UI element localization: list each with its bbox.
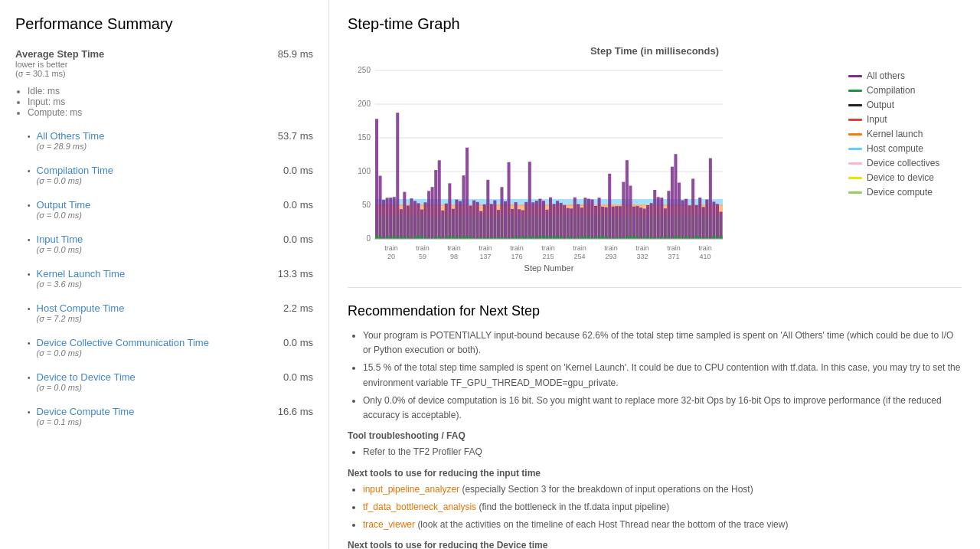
svg-rect-76 xyxy=(587,199,590,239)
legend-color-swatch xyxy=(848,162,862,165)
svg-rect-163 xyxy=(542,236,545,239)
metric-sigma: (σ = 7.2 ms) xyxy=(37,314,267,323)
svg-rect-78 xyxy=(594,206,597,239)
tool-link-item: input_pipeline_analyzer (especially Sect… xyxy=(363,482,962,497)
tool-link[interactable]: tf_data_bottleneck_analysis xyxy=(363,502,476,512)
metric-row: • Kernel Launch Time (σ = 3.6 ms) 13.3 m… xyxy=(15,268,313,289)
svg-rect-166 xyxy=(553,236,556,239)
svg-rect-19 xyxy=(389,198,392,239)
svg-text:train: train xyxy=(510,244,524,252)
chart-svg-wrap: 250 200 150 100 50 0 xyxy=(348,63,839,279)
svg-rect-35 xyxy=(445,204,448,239)
svg-rect-79 xyxy=(598,198,601,239)
metric-sigma: (σ = 0.0 ms) xyxy=(37,348,267,358)
svg-rect-58 xyxy=(524,202,528,239)
legend-item: Compilation xyxy=(848,85,962,96)
svg-rect-44 xyxy=(476,202,479,239)
rec-bullet-item: Only 0.0% of device computation is 16 bi… xyxy=(363,394,962,423)
metric-row: • Input Time (σ = 0.0 ms) 0.0 ms xyxy=(15,234,313,254)
metric-row: • Device to Device Time (σ = 0.0 ms) 0.0… xyxy=(15,371,313,392)
rec-bullets: Your program is POTENTIALLY input-bound … xyxy=(363,328,962,423)
avg-step-bullets: Idle: ms Input: ms Compute: ms xyxy=(28,86,313,118)
legend-label: Device compute xyxy=(867,187,933,198)
tool-link[interactable]: input_pipeline_analyzer xyxy=(363,484,459,495)
bullet-compute: Compute: ms xyxy=(28,107,313,118)
svg-rect-80 xyxy=(601,207,604,239)
svg-rect-23 xyxy=(403,192,406,239)
svg-rect-176 xyxy=(587,236,590,239)
legend-color-swatch xyxy=(848,177,862,179)
svg-rect-52 xyxy=(504,201,507,239)
avg-step-sub1: lower is better xyxy=(15,60,278,69)
metric-sigma: (σ = 0.1 ms) xyxy=(37,417,267,426)
svg-rect-16 xyxy=(379,176,382,239)
svg-rect-61 xyxy=(535,201,538,239)
svg-rect-112 xyxy=(712,201,715,239)
svg-rect-55 xyxy=(514,202,518,239)
rec-bullet-item: Your program is POTENTIALLY input-bound … xyxy=(363,328,962,358)
metric-value: 2.2 ms xyxy=(267,302,313,314)
svg-rect-29 xyxy=(424,202,427,239)
svg-rect-93 xyxy=(646,205,649,239)
svg-rect-88 xyxy=(629,185,632,239)
svg-rect-38 xyxy=(455,200,458,239)
metric-value: 0.0 ms xyxy=(267,234,313,245)
svg-rect-126 xyxy=(413,236,416,239)
svg-rect-60 xyxy=(531,202,534,239)
svg-rect-77 xyxy=(590,199,593,239)
svg-rect-86 xyxy=(622,182,625,239)
metric-info: Device Compute Time (σ = 0.1 ms) xyxy=(37,406,267,426)
recommendation-title: Recommendation for Next Step xyxy=(348,303,962,319)
svg-rect-90 xyxy=(636,206,639,239)
svg-rect-69 xyxy=(563,205,566,239)
svg-rect-21 xyxy=(396,113,399,239)
svg-rect-204 xyxy=(684,236,688,239)
svg-rect-114 xyxy=(719,212,722,239)
tool-link[interactable]: trace_viewer xyxy=(363,519,415,530)
rec-bullet-item: 15.5 % of the total step time sampled is… xyxy=(363,361,962,390)
svg-rect-31 xyxy=(431,187,434,239)
legend-color-swatch xyxy=(848,133,862,136)
svg-rect-85 xyxy=(619,206,622,239)
legend-label: Input xyxy=(867,114,887,125)
svg-rect-32 xyxy=(434,170,437,239)
svg-rect-164 xyxy=(545,236,548,239)
svg-rect-135 xyxy=(445,236,448,239)
svg-rect-65 xyxy=(549,198,552,239)
svg-text:150: 150 xyxy=(358,133,371,142)
chart-area: 250 200 150 100 50 0 xyxy=(348,63,962,279)
svg-rect-98 xyxy=(664,208,667,239)
svg-rect-116 xyxy=(379,237,382,239)
svg-rect-212 xyxy=(712,236,715,239)
metric-info: All Others Time (σ = 28.9 ms) xyxy=(37,130,267,151)
metric-value: 53.7 ms xyxy=(267,130,313,142)
metric-label: Input Time xyxy=(37,234,267,245)
right-panel: Step-time Graph Step Time (in millisecon… xyxy=(329,0,980,549)
svg-text:137: 137 xyxy=(479,253,491,260)
legend-item: Device to device xyxy=(848,172,962,183)
metric-bullet: • xyxy=(28,167,31,175)
avg-step-label: Average Step Time xyxy=(15,48,278,60)
svg-text:train: train xyxy=(698,244,712,252)
metric-bullet: • xyxy=(28,408,31,417)
svg-rect-27 xyxy=(416,203,420,239)
legend-color-swatch xyxy=(848,119,862,121)
svg-rect-118 xyxy=(386,236,389,239)
chart-label: Step Time (in milliseconds) xyxy=(348,45,962,57)
legend-label: Host compute xyxy=(867,143,923,154)
svg-rect-100 xyxy=(671,167,674,239)
svg-rect-25 xyxy=(410,198,413,239)
svg-rect-70 xyxy=(567,208,570,239)
metric-row: • Compilation Time (σ = 0.0 ms) 0.0 ms xyxy=(15,165,313,185)
legend-item: Kernel launch xyxy=(848,129,962,139)
svg-rect-57 xyxy=(521,211,524,239)
svg-text:train: train xyxy=(447,244,461,252)
legend-color-swatch xyxy=(848,191,862,194)
recommendation-section: Recommendation for Next Step Your progra… xyxy=(348,303,962,549)
svg-text:98: 98 xyxy=(450,253,458,260)
metric-value: 0.0 ms xyxy=(267,337,313,348)
metric-row: • All Others Time (σ = 28.9 ms) 53.7 ms xyxy=(15,130,313,151)
metric-sigma: (σ = 0.0 ms) xyxy=(37,383,267,392)
bullet-idle: Idle: ms xyxy=(28,86,313,96)
metric-bullet: • xyxy=(28,339,31,348)
